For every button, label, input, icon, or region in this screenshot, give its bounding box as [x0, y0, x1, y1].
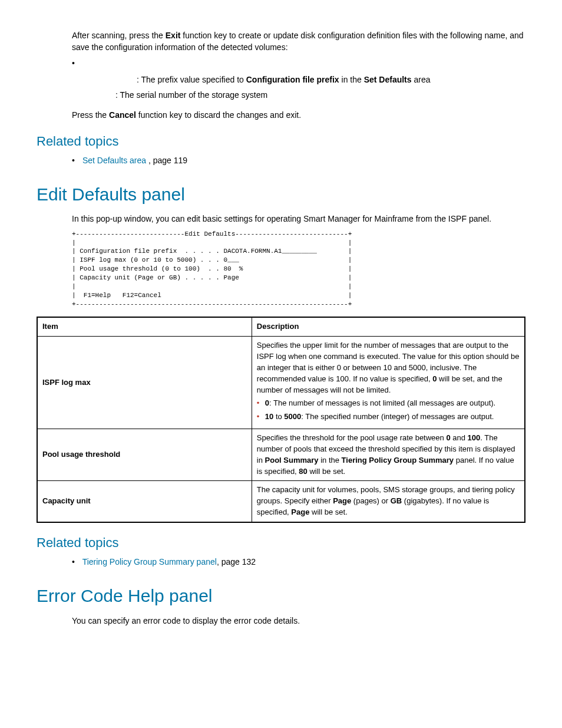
col-item: Item — [37, 317, 252, 336]
item-pool-usage: Pool usage threshold — [37, 429, 252, 481]
intro-p1: After scanning, press the Exit function … — [72, 29, 525, 54]
error-code-block: You can specify an error code to display… — [72, 615, 525, 627]
text: area — [412, 75, 431, 84]
text: Press the — [72, 110, 109, 120]
bold: GB — [391, 496, 402, 505]
error-code-heading: Error Code Help panel — [37, 583, 525, 609]
related-list-2: Tiering Policy Group Summary panel, page… — [72, 556, 525, 568]
related-topics-heading-1: Related topics — [37, 132, 525, 151]
bold: 0 — [432, 374, 437, 383]
text: and — [451, 433, 468, 442]
cancel-key: Cancel — [109, 110, 136, 120]
table-header-row: Item Description — [37, 317, 525, 336]
text: : The specified number (integer) of mess… — [301, 412, 494, 421]
edit-defaults-terminal: +----------------------------Edit Defaul… — [72, 230, 525, 309]
bold: 5000 — [284, 412, 301, 421]
item-capacity-unit: Capacity unit — [37, 481, 252, 522]
bold: Set Defaults — [364, 75, 412, 84]
col-description: Description — [252, 317, 525, 336]
text: to — [273, 412, 284, 421]
bold: Configuration file prefix — [246, 75, 339, 84]
error-code-intro: You can specify an error code to display… — [72, 615, 525, 627]
related-item: Set Defaults area , page 119 — [72, 154, 525, 166]
ispf-bullets: 0: The number of messages is not limited… — [257, 398, 520, 423]
text: (pages) or — [351, 496, 390, 505]
desc-ispf-log-max: Specifies the upper limit for the number… — [252, 337, 525, 429]
related-topics-heading-2: Related topics — [37, 533, 525, 552]
prefix-line: : The prefix value specified to Configur… — [137, 74, 525, 85]
bold: 0 — [446, 433, 450, 442]
bold: 100 — [468, 433, 481, 442]
edit-defaults-heading: Edit Defaults panel — [37, 182, 525, 207]
bullet-range: 10 to 5000: The specified number (intege… — [257, 411, 520, 423]
text: : The prefix value specified to — [137, 75, 246, 84]
table-row: ISPF log max Specifies the upper limit f… — [37, 337, 525, 429]
related-item: Tiering Policy Group Summary panel, page… — [72, 556, 525, 568]
text: will be set. — [309, 508, 347, 516]
text: Specifies the threshold for the pool usa… — [257, 433, 447, 442]
item-ispf-log-max: ISPF log max — [37, 337, 252, 429]
related-topics-2: Tiering Policy Group Summary panel, page… — [72, 556, 525, 568]
bold: 80 — [299, 467, 307, 476]
cancel-block: Press the Cancel function key to discard… — [72, 109, 525, 121]
page-ref: , page 119 — [148, 156, 187, 165]
defaults-table: Item Description ISPF log max Specifies … — [37, 317, 525, 523]
text: in the — [339, 75, 364, 84]
bold: 0 — [265, 398, 269, 407]
desc-capacity-unit: The capacity unit for volumes, pools, SM… — [252, 481, 525, 522]
cancel-p: Press the Cancel function key to discard… — [72, 109, 525, 121]
bold: Pool Summary — [265, 456, 319, 465]
table-row: Capacity unit The capacity unit for volu… — [37, 481, 525, 522]
tiering-policy-link[interactable]: Tiering Policy Group Summary panel — [82, 557, 217, 566]
page-ref: , page 132 — [217, 557, 256, 566]
related-list-1: Set Defaults area , page 119 — [72, 154, 525, 166]
text: After scanning, press the — [72, 31, 166, 40]
related-topics-1: Set Defaults area , page 119 — [72, 154, 525, 166]
intro-bullet — [72, 57, 525, 69]
bold: Tiering Policy Group Summary — [342, 456, 454, 465]
bullet-zero: 0: The number of messages is not limited… — [257, 398, 520, 409]
intro-bullet-list — [72, 57, 525, 69]
text: : The number of messages is not limited … — [269, 398, 495, 407]
bold: Page — [291, 508, 309, 516]
edit-defaults-intro: In this pop-up window, you can edit basi… — [72, 213, 525, 225]
serial-line: : The serial number of the storage syste… — [115, 89, 525, 101]
exit-key: Exit — [166, 31, 181, 40]
set-defaults-link[interactable]: Set Defaults area — [82, 156, 148, 165]
text: will be set. — [308, 467, 345, 476]
text: in the — [319, 456, 342, 465]
bold: Page — [333, 496, 351, 505]
intro-block: After scanning, press the Exit function … — [72, 29, 525, 101]
desc-pool-usage: Specifies the threshold for the pool usa… — [252, 429, 525, 481]
table-row: Pool usage threshold Specifies the thres… — [37, 429, 525, 481]
edit-defaults-block: In this pop-up window, you can edit basi… — [72, 213, 525, 308]
text: function key to discard the changes and … — [136, 110, 301, 120]
bold: 10 — [265, 412, 273, 421]
